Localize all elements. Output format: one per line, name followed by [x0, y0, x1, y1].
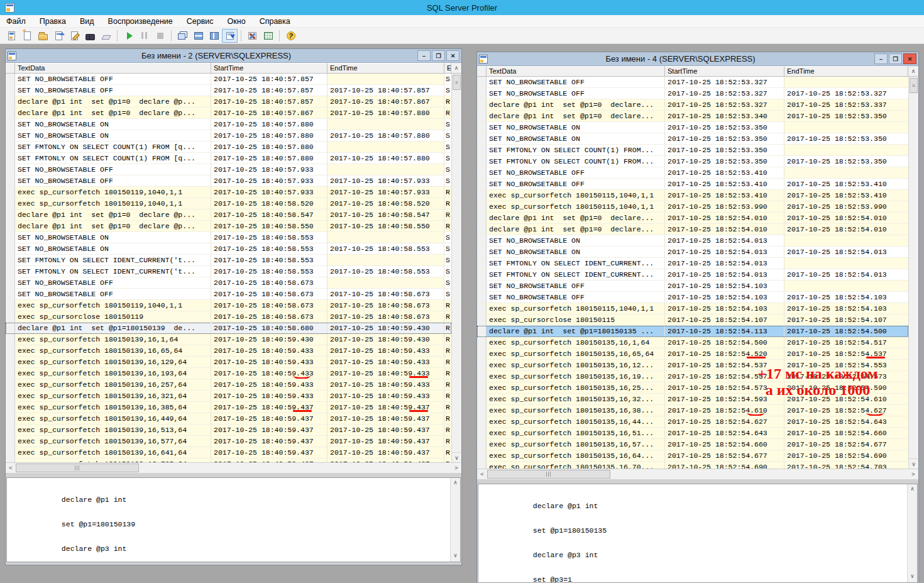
trace-window-4-titlebar[interactable]: Без имени - 4 (SERVER\SQLEXPRESS) – ❒ ✕	[477, 52, 918, 66]
table-row[interactable]: SET NO_BROWSETABLE OFF 2017-10-25 18:52:…	[477, 88, 908, 99]
vertical-scrollbar[interactable]: ∧ ∨	[450, 478, 460, 562]
table-row[interactable]: SET NO_BROWSETABLE ON 2017-10-25 18:40:5…	[6, 119, 451, 130]
table-row[interactable]: declare @p1 int set @p1=0 declare... 201…	[477, 224, 908, 235]
open-trace-button[interactable]	[35, 29, 51, 43]
minimize-button[interactable]: –	[874, 53, 888, 64]
maximize-button[interactable]: ❒	[889, 53, 902, 64]
cascade-windows-button[interactable]	[175, 29, 190, 43]
table-row[interactable]: SET NO_BROWSETABLE ON 2017-10-25 18:52:5…	[477, 247, 908, 258]
menu-item[interactable]: Справка	[260, 17, 290, 26]
table-row[interactable]: SET NO_BROWSETABLE OFF 2017-10-25 18:52:…	[477, 280, 908, 292]
table-row[interactable]: SET FMTONLY ON SELECT COUNT(1) FROM... 2…	[477, 156, 908, 167]
menu-item[interactable]: Вид	[80, 17, 94, 26]
pane-splitter[interactable]	[477, 479, 918, 484]
table-row[interactable]: declare @p1 int set @p1=180150139 de... …	[6, 323, 451, 334]
scroll-right-button[interactable]: >	[451, 463, 461, 473]
table-row[interactable]: SET NO_BROWSETABLE OFF 2017-10-25 18:40:…	[6, 289, 451, 300]
organize-columns-button[interactable]	[260, 29, 276, 43]
table-row[interactable]: SET FMTONLY ON SELECT COUNT(1) FROM... 2…	[477, 145, 908, 156]
scroll-up-button[interactable]: ∧	[454, 479, 457, 487]
table-row[interactable]: declare @p1 int set @p1=0 declare @p... …	[6, 209, 451, 221]
table-row[interactable]: SET NO_BROWSETABLE OFF 2017-10-25 18:52:…	[477, 77, 908, 88]
table-row[interactable]: exec sp_cursorfetch 180150115,1040,1,1 2…	[477, 303, 908, 314]
table-row[interactable]: declare @p1 int set @p1=0 declare @p... …	[6, 108, 451, 119]
column-header-eventclass[interactable]: E	[444, 63, 451, 74]
column-header-starttime[interactable]: StartTime	[665, 66, 784, 77]
table-row[interactable]: SET NO_BROWSETABLE OFF 2017-10-25 18:52:…	[477, 179, 908, 190]
table-row[interactable]: exec sp_cursorfetch 180150139,16,193,64 …	[6, 368, 451, 379]
clear-trace-button[interactable]	[98, 29, 114, 43]
scroll-down-button[interactable]: ∨	[454, 552, 457, 560]
scrollbar-thumb[interactable]	[16, 464, 139, 472]
table-row[interactable]: exec sp_cursorfetch 180150135,16,1,64 20…	[477, 337, 908, 348]
table-row[interactable]: exec sp_cursorfetch 180150119,1040,1,1 2…	[6, 300, 451, 311]
new-trace-button[interactable]	[4, 29, 19, 43]
table-row[interactable]: exec sp_cursorfetch 180150139,16,705,64 …	[6, 458, 451, 462]
vertical-scrollbar[interactable]: ∧ ∨	[907, 484, 917, 582]
table-row[interactable]: exec sp_cursorclose 180150115 2017-10-25…	[477, 314, 908, 326]
scroll-up-button[interactable]: ∧	[908, 66, 918, 77]
table-row[interactable]: exec sp_cursorfetch 180150139,16,1,64 20…	[6, 334, 451, 345]
scroll-left-button[interactable]: <	[477, 469, 487, 479]
scroll-left-button[interactable]: <	[6, 463, 16, 473]
table-row[interactable]: SET FMTONLY ON SELECT COUNT(1) FROM [q..…	[6, 142, 451, 153]
horizontal-scrollbar[interactable]: < >	[6, 462, 461, 473]
table-row[interactable]: SET NO_BROWSETABLE OFF 2017-10-25 18:40:…	[6, 74, 451, 85]
column-header-starttime[interactable]: StartTime	[211, 63, 327, 74]
table-row[interactable]: exec sp_cursorfetch 180150135,16,38... 2…	[477, 405, 908, 416]
find-button[interactable]	[82, 29, 98, 43]
table-row[interactable]: exec sp_cursorfetch 180150115,1040,1,1 2…	[477, 190, 908, 201]
trace-window-2-titlebar[interactable]: Без имени - 2 (SERVER\SQLEXPRESS) – ❒ ✕	[6, 49, 461, 63]
table-row[interactable]: exec sp_cursorfetch 180150139,16,641,64 …	[6, 447, 451, 458]
scrollbar-thumb[interactable]	[487, 470, 610, 479]
table-row[interactable]: SET FMTONLY ON SELECT COUNT(1) FROM [q..…	[6, 153, 451, 164]
scroll-up-button[interactable]: ∧	[451, 63, 461, 74]
table-row[interactable]: SET FMTONLY ON SELECT IDENT_CURRENT('t..…	[6, 266, 451, 277]
table-row[interactable]: exec sp_cursorfetch 180150139,16,257,64 …	[6, 379, 451, 391]
close-button[interactable]: ✕	[446, 50, 459, 61]
table-row[interactable]: declare @p1 int set @p1=0 declare... 201…	[477, 99, 908, 111]
table-row[interactable]: SET NO_BROWSETABLE ON 2017-10-25 18:40:5…	[6, 232, 451, 243]
options-button[interactable]	[245, 29, 260, 43]
scroll-down-button[interactable]: ∨	[911, 573, 914, 581]
menu-item[interactable]: Воспроизведение	[108, 17, 173, 26]
save-trace-button[interactable]	[51, 29, 67, 43]
scrollbar-thumb[interactable]: ≡	[453, 75, 461, 90]
main-titlebar[interactable]: SQL Server Profiler	[0, 0, 924, 15]
table-row[interactable]: exec sp_cursorfetch 180150135,16,57... 2…	[477, 439, 908, 450]
table-row[interactable]: SET NO_BROWSETABLE ON 2017-10-25 18:40:5…	[6, 130, 451, 142]
tile-vertical-button[interactable]	[206, 29, 222, 43]
textdata-detail-pane[interactable]: declare @p1 int set @p1=180150135 declar…	[478, 484, 918, 583]
menu-item[interactable]: Окно	[228, 17, 246, 26]
table-row[interactable]: exec sp_cursorfetch 180150139,16,129,64 …	[6, 357, 451, 368]
help-button[interactable]	[283, 29, 299, 43]
close-button[interactable]: ✕	[903, 53, 916, 64]
column-header-endtime[interactable]: EndTime	[784, 66, 908, 77]
pause-replay-button[interactable]	[136, 29, 152, 43]
table-row[interactable]: SET NO_BROWSETABLE ON 2017-10-25 18:52:5…	[477, 133, 908, 145]
table-row[interactable]: SET NO_BROWSETABLE OFF 2017-10-25 18:40:…	[6, 85, 451, 96]
stop-replay-button[interactable]	[152, 29, 168, 43]
table-row[interactable]: SET FMTONLY ON SELECT IDENT_CURRENT... 2…	[477, 269, 908, 280]
table-row[interactable]: SET NO_BROWSETABLE ON 2017-10-25 18:52:5…	[477, 235, 908, 247]
table-row[interactable]: SET NO_BROWSETABLE OFF 2017-10-25 18:52:…	[477, 292, 908, 303]
table-row[interactable]: SET NO_BROWSETABLE OFF 2017-10-25 18:40:…	[6, 277, 451, 289]
column-header-textdata[interactable]: TextData	[487, 66, 665, 77]
table-row[interactable]: exec sp_cursorfetch 180150139,16,321,64 …	[6, 391, 451, 402]
table-row[interactable]: SET NO_BROWSETABLE OFF 2017-10-25 18:40:…	[6, 164, 451, 175]
table-row[interactable]: exec sp_cursorfetch 180150135,16,51... 2…	[477, 428, 908, 439]
menu-item[interactable]: Файл	[6, 17, 26, 26]
table-row[interactable]: exec sp_cursorclose 180150119 2017-10-25…	[6, 311, 451, 323]
table-row[interactable]: exec sp_cursorfetch 180150119,1040,1,1 2…	[6, 187, 451, 198]
table-row[interactable]: SET NO_BROWSETABLE ON 2017-10-25 18:40:5…	[6, 243, 451, 255]
column-header-endtime[interactable]: EndTime	[327, 63, 444, 74]
table-row[interactable]: SET FMTONLY ON SELECT IDENT_CURRENT('t..…	[6, 255, 451, 266]
table-row[interactable]: SET NO_BROWSETABLE ON 2017-10-25 18:52:5…	[477, 122, 908, 133]
column-header-textdata[interactable]: TextData	[15, 63, 211, 74]
scroll-right-button[interactable]: >	[908, 469, 918, 479]
table-row[interactable]: exec sp_cursorfetch 180150115,1040,1,1 2…	[477, 201, 908, 213]
table-row[interactable]: exec sp_cursorfetch 180150135,16,44... 2…	[477, 416, 908, 428]
vertical-scrollbar[interactable]: ≡ ∨	[451, 74, 461, 462]
table-row[interactable]: SET NO_BROWSETABLE OFF 2017-10-25 18:52:…	[477, 167, 908, 179]
table-row[interactable]: exec sp_cursorfetch 180150139,16,577,64 …	[6, 436, 451, 447]
